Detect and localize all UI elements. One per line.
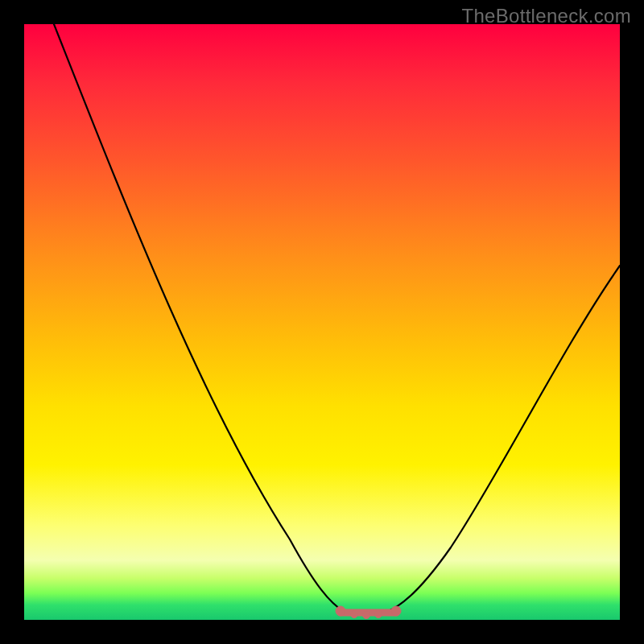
plot-area (24, 24, 620, 620)
svg-point-3 (351, 611, 358, 618)
svg-point-4 (363, 612, 370, 619)
svg-point-2 (391, 606, 401, 616)
svg-point-5 (375, 611, 382, 618)
watermark-text: TheBottleneck.com (461, 5, 631, 27)
optimal-range-marker (336, 606, 401, 619)
chart-frame: TheBottleneck.com (0, 0, 644, 644)
bottleneck-curve-svg (24, 24, 620, 620)
svg-point-1 (336, 606, 345, 616)
bottleneck-curve-path (54, 24, 620, 615)
